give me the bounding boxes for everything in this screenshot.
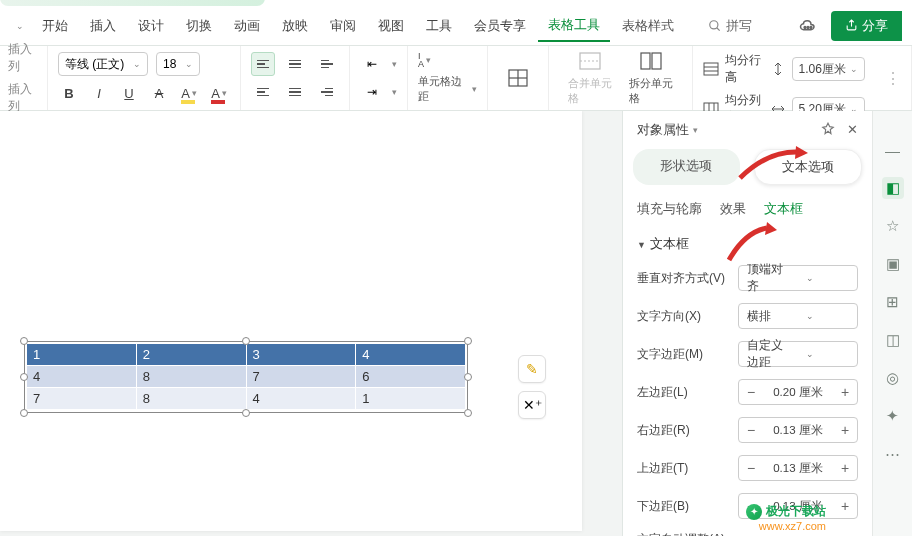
menu-member[interactable]: 会员专享 [464,11,536,41]
svg-rect-11 [641,53,650,69]
menu-dropdown[interactable]: ⌄ [10,17,30,35]
svg-marker-21 [795,146,808,159]
share-button[interactable]: 分享 [831,11,902,41]
bold-button[interactable]: B [58,82,80,104]
close-icon[interactable]: ✕ [847,122,858,139]
sub-tab-effect[interactable]: 效果 [720,201,746,218]
svg-point-4 [810,26,812,28]
right-margin-label: 右边距(R) [637,422,690,439]
font-size-select[interactable]: 18⌄ [156,52,200,76]
svg-marker-22 [765,222,777,235]
slide[interactable]: 1234 4876 7841 [0,111,582,531]
indent-decrease-button[interactable]: ⇤ [360,52,384,76]
svg-rect-12 [652,53,661,69]
menu-start[interactable]: 开始 [32,11,78,41]
highlight-color-button[interactable]: A▾ [178,82,200,104]
sub-tab-fill[interactable]: 填充与轮廓 [637,201,702,218]
menu-design[interactable]: 设计 [128,11,174,41]
menu-insert[interactable]: 插入 [80,11,126,41]
distribute-rows-icon [703,60,719,78]
menu-review[interactable]: 审阅 [320,11,366,41]
watermark: ✦ 极光下载站 www.xz7.com [746,503,826,532]
menu-tools[interactable]: 工具 [416,11,462,41]
menu-bar: ⌄ 开始 插入 设计 切换 动画 放映 审阅 视图 工具 会员专享 表格工具 表… [0,6,912,46]
row-height-label[interactable]: 均分行高 [725,52,765,86]
cloud-icon[interactable] [795,13,821,39]
annotation-arrow-1 [736,144,808,182]
svg-point-0 [710,20,718,28]
insert-col-right[interactable]: 插入列 [8,81,39,115]
margin-select[interactable]: 自定义边距⌄ [738,341,858,367]
underline-button[interactable]: U [118,82,140,104]
search-placeholder: 拼写 [726,17,752,35]
annotation-arrow-2 [725,222,777,262]
left-margin-input[interactable]: −0.20 厘米+ [738,379,858,405]
cell-margin-button[interactable]: 单元格边距 [418,74,464,104]
side-line-icon[interactable]: — [882,139,904,161]
height-icon [771,60,786,78]
app-tab[interactable] [0,0,265,6]
sub-tab-textbox[interactable]: 文本框 [764,201,803,218]
side-clipboard-icon[interactable]: ▣ [882,253,904,275]
table-row[interactable]: 1234 [27,344,466,366]
quick-tools-button[interactable]: ✕⁺ [518,391,546,419]
valign-label: 垂直对齐方式(V) [637,270,725,287]
direction-select[interactable]: 横排⌄ [738,303,858,329]
side-star-icon[interactable]: ☆ [882,215,904,237]
slide-canvas[interactable]: 1234 4876 7841 ✎ ✕⁺ [0,111,622,536]
top-margin-input[interactable]: −0.13 厘米+ [738,455,858,481]
row-height-input[interactable]: 1.06厘米⌄ [792,57,865,81]
insert-col-left[interactable]: 插入列 [8,41,39,75]
data-table[interactable]: 1234 4876 7841 [26,343,466,410]
menu-table-styles[interactable]: 表格样式 [612,11,684,41]
panel-title: 对象属性▾ [637,121,698,139]
text-direction-button[interactable]: IA▾ [418,52,431,68]
valign-select[interactable]: 顶端对齐⌄ [738,265,858,291]
side-gallery-icon[interactable]: ⊞ [882,291,904,313]
left-margin-label: 左边距(L) [637,384,688,401]
pin-icon[interactable] [821,122,835,139]
menu-slideshow[interactable]: 放映 [272,11,318,41]
side-layers-icon[interactable]: ◎ [882,367,904,389]
menu-table-tools[interactable]: 表格工具 [538,10,610,42]
align-top-button[interactable] [251,52,275,76]
search-box[interactable]: 拼写 [698,13,762,39]
ribbon-toolbar: 插入列 插入列 等线 (正文)⌄ 18⌄ B I U A A▾ A▾ [0,46,912,111]
merge-cells-button: 合并单元格 [560,46,621,110]
font-color-button[interactable]: A▾ [208,82,230,104]
right-margin-input[interactable]: −0.13 厘米+ [738,417,858,443]
tab-shape-options[interactable]: 形状选项 [633,149,740,185]
autofit-label: 文字自动调整(A) [637,531,725,536]
format-painter-button[interactable]: ✎ [518,355,546,383]
align-bottom-button[interactable] [315,52,339,76]
italic-button[interactable]: I [88,82,110,104]
svg-point-3 [807,26,809,28]
side-templates-icon[interactable]: ◫ [882,329,904,351]
align-center-button[interactable] [283,80,307,104]
align-left-button[interactable] [251,80,275,104]
menu-animation[interactable]: 动画 [224,11,270,41]
table-row[interactable]: 4876 [27,366,466,388]
split-cells-button[interactable]: 拆分单元格 [621,46,682,110]
svg-point-2 [804,26,806,28]
align-right-button[interactable] [315,80,339,104]
indent-increase-button[interactable]: ⇥ [360,80,384,104]
top-margin-label: 上边距(T) [637,460,688,477]
align-middle-button[interactable] [283,52,307,76]
side-properties-icon[interactable]: ◧ [882,177,904,199]
side-iconbar: — ◧ ☆ ▣ ⊞ ◫ ◎ ✦ ⋯ [872,111,912,536]
side-more-icon[interactable]: ⋯ [882,443,904,465]
menu-view[interactable]: 视图 [368,11,414,41]
bottom-margin-label: 下边距(B) [637,498,689,515]
svg-rect-13 [704,63,718,75]
menu-transition[interactable]: 切换 [176,11,222,41]
watermark-logo-icon: ✦ [746,504,762,520]
table-row[interactable]: 7841 [27,388,466,410]
side-sparkle-icon[interactable]: ✦ [882,405,904,427]
direction-label: 文字方向(X) [637,308,701,325]
table-border-button[interactable] [498,63,538,93]
svg-line-1 [717,27,720,30]
strike-button[interactable]: A [148,82,170,104]
font-select[interactable]: 等线 (正文)⌄ [58,52,148,76]
margin-label: 文字边距(M) [637,346,703,363]
